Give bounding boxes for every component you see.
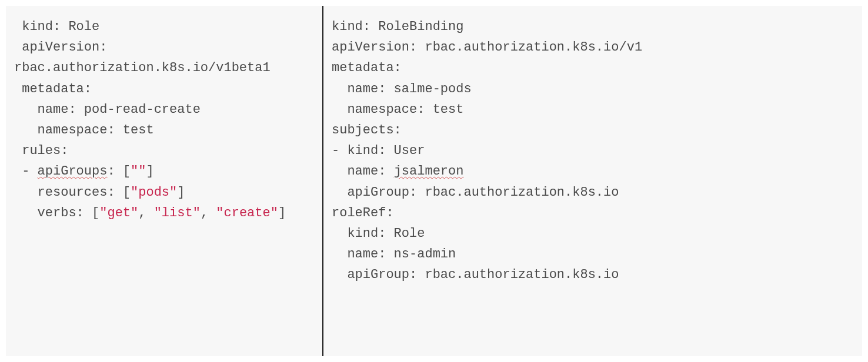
code-text: namespace: test bbox=[14, 123, 154, 138]
rolebinding-yaml-pane: kind: RoleBinding apiVersion: rbac.autho… bbox=[323, 6, 862, 356]
code-text: name: ns-admin bbox=[332, 247, 456, 262]
role-yaml-pane: kind: Role apiVersion: rbac.authorizatio… bbox=[6, 6, 323, 356]
code-text: namespace: test bbox=[332, 102, 463, 117]
code-text: rbac.authorization.k8s.io/v1beta1 bbox=[14, 61, 271, 75]
string-literal: "create" bbox=[216, 206, 278, 220]
code-text: apiVersion: bbox=[14, 40, 107, 55]
code-text: subjects: bbox=[332, 123, 402, 138]
code-text: apiVersion: rbac.authorization.k8s.io/v1 bbox=[332, 40, 642, 55]
string-literal: "" bbox=[131, 164, 146, 179]
code-text: ] bbox=[177, 185, 185, 200]
code-text: verbs: [ bbox=[14, 206, 99, 220]
code-text: name: bbox=[332, 164, 394, 179]
spellcheck-underline: jsalmeron bbox=[394, 164, 464, 179]
code-text: kind: bbox=[14, 19, 68, 34]
string-literal: "list" bbox=[154, 206, 201, 220]
code-text: metadata: bbox=[332, 61, 402, 75]
code-text: , bbox=[201, 206, 216, 220]
code-text: ] bbox=[146, 164, 153, 179]
code-text: name: pod-read-create bbox=[14, 102, 201, 117]
code-text: apiGroup: rbac.authorization.k8s.io bbox=[332, 267, 619, 282]
code-text: : [ bbox=[107, 164, 131, 179]
code-text: kind: bbox=[332, 19, 378, 34]
string-literal: "get" bbox=[99, 206, 138, 220]
code-text: - kind: User bbox=[332, 143, 425, 158]
code-container: kind: Role apiVersion: rbac.authorizatio… bbox=[6, 6, 862, 356]
code-text: RoleBinding bbox=[378, 19, 463, 34]
code-text: , bbox=[138, 206, 153, 220]
string-literal: "pods" bbox=[131, 185, 177, 200]
code-text: - bbox=[14, 164, 38, 179]
code-text: ] bbox=[278, 206, 286, 220]
code-text: metadata: bbox=[14, 82, 92, 96]
code-text: Role bbox=[68, 19, 99, 34]
code-text: rules: bbox=[14, 143, 68, 158]
code-text: apiGroup: rbac.authorization.k8s.io bbox=[332, 185, 619, 200]
code-text: kind: Role bbox=[332, 226, 425, 241]
code-text: name: salme-pods bbox=[332, 82, 472, 96]
code-text: resources: [ bbox=[14, 185, 131, 200]
spellcheck-underline: apiGroups bbox=[38, 164, 108, 179]
code-text: roleRef: bbox=[332, 206, 394, 220]
